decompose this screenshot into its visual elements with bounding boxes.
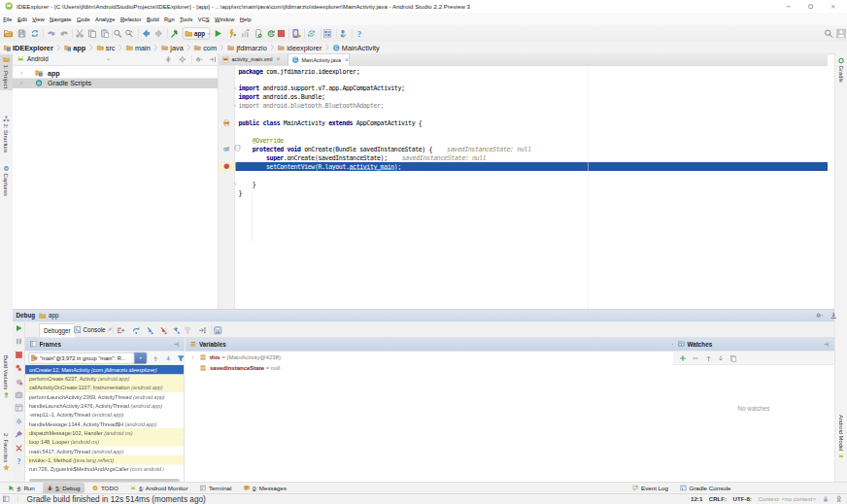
menu-window[interactable]: Window: [212, 17, 237, 22]
stripe-button-captures[interactable]: Captures: [0, 163, 13, 198]
code-line-1[interactable]: package com.jfdimarzio.ideexplorer;: [239, 67, 360, 76]
find-button[interactable]: [113, 28, 123, 39]
menu-file[interactable]: File: [1, 17, 16, 22]
code-line-7[interactable]: public class MainActivity extends AppCom…: [239, 118, 423, 127]
menu-tools[interactable]: Tools: [177, 17, 195, 22]
stripe-button-android-model[interactable]: Android Model: [835, 413, 847, 461]
frame-row[interactable]: run:726, ZygoteInit$MethodAndArgsCaller …: [25, 464, 184, 473]
toolwindow-button-gradle-console[interactable]: Gradle Console: [676, 483, 735, 492]
code-line-11[interactable]: super.onCreate(savedInstanceState);saved…: [239, 153, 487, 162]
toolwindow-toggle-icon[interactable]: [3, 495, 11, 503]
gutter-override-marker[interactable]: [223, 146, 231, 153]
user-button[interactable]: [836, 28, 847, 39]
step-into-button[interactable]: [145, 325, 155, 336]
evaluate-button[interactable]: [213, 325, 223, 336]
forward-button[interactable]: [153, 28, 164, 39]
view-breakpoints-button[interactable]: [14, 363, 24, 374]
redo-button[interactable]: [59, 28, 70, 39]
frame-row[interactable]: handleMessage:1344, ActivityThread$H (an…: [25, 420, 184, 428]
stop-button[interactable]: [276, 28, 287, 39]
mute-breakpoints-button[interactable]: [14, 376, 24, 386]
step-out-button[interactable]: [171, 325, 182, 336]
open-folder-button[interactable]: [3, 28, 14, 39]
frame-row[interactable]: callActivityOnCreate:1107, Instrumentati…: [25, 384, 184, 392]
breadcrumb-item-java[interactable]: java: [161, 44, 184, 51]
code-line-3[interactable]: import android.support.v7.app.AppCompatA…: [239, 84, 405, 93]
coverage-button[interactable]: [240, 28, 251, 39]
breadcrumb-item-mainactivity[interactable]: CMainActivity: [332, 44, 379, 51]
toolwindow-button-event-log[interactable]: Event Log: [628, 483, 672, 492]
code-line-10[interactable]: protected void onCreate(Bundle savedInst…: [239, 145, 531, 153]
stripe-button-gradle[interactable]: Gradle: [835, 55, 847, 84]
encoding-select[interactable]: UTF-8:: [733, 495, 752, 502]
line-ending-select[interactable]: CRLF:: [709, 495, 727, 502]
hector-icon[interactable]: [835, 495, 843, 503]
debug-gear-dropdown-button[interactable]: [815, 312, 824, 320]
breadcrumb-item-com[interactable]: com: [194, 44, 217, 51]
lock-icon[interactable]: [823, 495, 830, 502]
menu-code[interactable]: Code: [74, 17, 92, 22]
caret-position[interactable]: 12:1: [691, 495, 702, 502]
stop-red-button[interactable]: [14, 350, 24, 360]
breadcrumb-item-ideexplorer[interactable]: ideexplorer: [278, 44, 322, 51]
pause-button[interactable]: [14, 336, 24, 347]
close-red-button[interactable]: [14, 443, 24, 454]
code-line-5[interactable]: import android.bluetooth.BluetoothAdapte…: [239, 101, 385, 110]
stripe-button-1-project[interactable]: 1: Project: [0, 54, 13, 90]
resume-button[interactable]: [14, 323, 24, 334]
thread-selector[interactable]: "main"@3,972 in group "main": R...: [29, 353, 148, 364]
stripe-button-2-favorites[interactable]: 2: Favorites: [0, 431, 13, 473]
breadcrumb-item-ideexplorer[interactable]: IDEExplorer: [4, 44, 53, 51]
duplicate-button[interactable]: [728, 353, 739, 364]
frame-row[interactable]: onCreate:12, MainActivity (com.jfdimarzi…: [25, 365, 184, 374]
search-button[interactable]: [824, 28, 834, 39]
gutter-activity-marker[interactable]: [223, 119, 231, 127]
breadcrumb-item-app[interactable]: app: [64, 44, 85, 51]
editor-tab-activity_main-xml[interactable]: activity_main.xml×: [219, 53, 288, 65]
step-over-button[interactable]: [131, 325, 142, 336]
frame-row[interactable]: invoke:-1, Method (java.lang.reflect): [25, 455, 184, 464]
editor-area[interactable]: activity_main.xml×CMainActivity.java× pa…: [219, 53, 828, 309]
frame-row[interactable]: performCreate:6237, Activity (android.ap…: [25, 374, 184, 383]
make-project-button[interactable]: [170, 28, 181, 39]
code-line-12[interactable]: setContentView(R.layout.activity_main);: [239, 162, 401, 171]
toolwindow-button-4-run[interactable]: 4: Run: [4, 483, 39, 492]
move-up-button[interactable]: [703, 353, 714, 364]
frame-row[interactable]: -wrap11:-1, ActivityThread (android.app): [25, 411, 184, 420]
drop-frame-button[interactable]: [183, 325, 193, 336]
project-gear-dropdown-button[interactable]: [195, 55, 204, 64]
copy-button[interactable]: [87, 28, 98, 39]
toolwindow-button-5-debug[interactable]: 5: Debug: [43, 483, 85, 492]
menu-help[interactable]: Help: [237, 17, 254, 22]
menu-view[interactable]: View: [30, 17, 48, 22]
device-monitor-button[interactable]: [338, 28, 349, 39]
thread-prev-button[interactable]: [151, 353, 161, 364]
settings-gear-button[interactable]: [14, 416, 24, 426]
stripe-button-2-structure[interactable]: 2: Structure: [0, 114, 13, 154]
code-area[interactable]: package com.jfdimarzio.ideexplorer;impor…: [239, 66, 783, 310]
show-exec-point-button[interactable]: [116, 325, 126, 336]
replace-button[interactable]: [124, 28, 135, 39]
menu-vcs[interactable]: VCS: [195, 17, 212, 22]
remove-watch-button[interactable]: [691, 353, 701, 364]
project-hide-panel-button[interactable]: [209, 55, 218, 64]
apply-changes-button[interactable]: [226, 28, 237, 39]
menu-run[interactable]: Run: [161, 17, 177, 22]
move-down-button[interactable]: [716, 353, 727, 364]
code-line-4[interactable]: import android.os.Bundle;: [239, 92, 325, 101]
code-line-15[interactable]: }: [239, 188, 243, 197]
avd-manager-button[interactable]: [291, 28, 302, 39]
frame-row[interactable]: loop:148, Looper (android.os): [25, 437, 184, 446]
attach-device-button[interactable]: [254, 28, 264, 39]
fold-marker[interactable]: [233, 104, 238, 109]
code-line-9[interactable]: @Override: [239, 136, 284, 145]
variable-row-savedInstanceState[interactable]: savedInstanceState = null: [186, 362, 686, 373]
pin-button[interactable]: [14, 429, 24, 440]
project-view-selector[interactable]: Android: [17, 55, 112, 64]
code-line-14[interactable]: }: [239, 180, 256, 188]
window-minimize-button[interactable]: [781, 1, 796, 12]
project-collapse-all-button[interactable]: [164, 55, 173, 64]
help-button[interactable]: ?: [14, 456, 24, 467]
menu-navigate[interactable]: Navigate: [47, 17, 74, 22]
force-step-into-button[interactable]: [158, 325, 169, 336]
